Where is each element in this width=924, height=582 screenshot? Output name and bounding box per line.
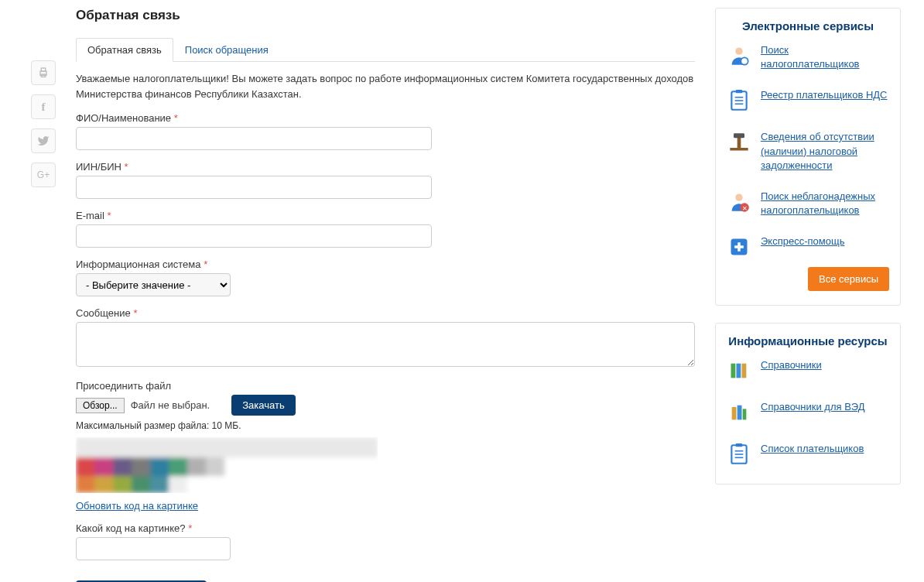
file-status-text: Файл не выбран. — [131, 399, 210, 411]
facebook-icon[interactable]: f — [31, 94, 56, 119]
user-warn-icon: ✕ — [727, 190, 751, 214]
service-item-vat-registry: Реестр плательщиков НДС — [727, 88, 889, 113]
svg-rect-38 — [743, 409, 747, 420]
tabs-bar: Обратная связь Поиск обращения — [76, 37, 695, 62]
upload-button[interactable]: Закачать — [231, 395, 295, 416]
attach-label: Присоединить файл — [76, 380, 695, 392]
twitter-icon[interactable] — [31, 128, 56, 153]
tab-feedback[interactable]: Обратная связь — [76, 38, 173, 62]
fio-label: ФИО/Наименование * — [76, 112, 695, 124]
resource-item-ved-directories: Справочники для ВЭД — [727, 400, 889, 425]
svg-rect-40 — [736, 443, 743, 447]
svg-rect-9 — [169, 457, 187, 476]
service-item-unreliable-search: ✕ Поиск неблагонадежных налогоплательщик… — [727, 190, 889, 217]
svg-point-19 — [735, 48, 742, 55]
resource-item-directories: Справочники — [727, 358, 889, 383]
services-title: Электронные сервисы — [727, 19, 889, 33]
svg-point-29 — [735, 193, 742, 200]
email-label: E-mail * — [76, 210, 695, 221]
resource-link[interactable]: Справочники для ВЭД — [761, 400, 865, 414]
svg-rect-12 — [76, 476, 94, 493]
user-search-icon — [727, 43, 751, 68]
svg-rect-33 — [731, 364, 736, 378]
tab-search-request[interactable]: Поиск обращения — [173, 38, 280, 62]
all-services-button[interactable]: Все сервисы — [808, 267, 889, 291]
svg-rect-11 — [206, 457, 224, 476]
svg-rect-28 — [734, 134, 744, 139]
svg-rect-4 — [76, 457, 94, 476]
svg-rect-16 — [150, 476, 169, 493]
message-label: Сообщение * — [76, 307, 695, 319]
svg-rect-18 — [187, 476, 224, 493]
hammer-icon — [727, 130, 751, 155]
print-icon[interactable] — [31, 60, 56, 85]
svg-rect-7 — [132, 457, 150, 476]
browse-button[interactable]: Обзор... — [76, 398, 125, 413]
svg-rect-36 — [732, 407, 737, 419]
svg-rect-15 — [132, 476, 150, 493]
iin-input[interactable] — [76, 176, 432, 199]
refresh-captcha-link[interactable]: Обновить код на картинке — [76, 500, 198, 512]
svg-rect-22 — [736, 90, 743, 93]
file-hint-text: Максимальный размер файла: 10 МБ. — [76, 420, 695, 431]
sidebar: Электронные сервисы Поиск налогоплательщ… — [715, 8, 901, 582]
resource-link[interactable]: Справочники — [761, 358, 822, 372]
clipboard-icon — [727, 88, 751, 113]
social-share-column: f G+ — [31, 8, 62, 582]
svg-rect-26 — [730, 148, 748, 151]
service-link[interactable]: Сведения об отсутствии (наличии) налогов… — [761, 130, 889, 173]
fio-input[interactable] — [76, 127, 432, 150]
service-link[interactable]: Поиск неблагонадежных налогоплательщиков — [761, 190, 889, 217]
captcha-input[interactable] — [76, 537, 231, 560]
books-alt-icon — [727, 400, 751, 425]
svg-rect-1 — [41, 68, 45, 71]
intro-text: Уважаемые налогоплательщики! Вы можете з… — [76, 71, 695, 101]
svg-rect-8 — [150, 457, 169, 476]
service-link[interactable]: Поиск налогоплательщиков — [761, 43, 889, 71]
service-item-debt-info: Сведения об отсутствии (наличии) налогов… — [727, 130, 889, 173]
service-item-taxpayer-search: Поиск налогоплательщиков — [727, 43, 889, 71]
iin-label: ИИН/БИН * — [76, 161, 695, 173]
captcha-image — [76, 437, 695, 495]
svg-rect-6 — [113, 457, 132, 476]
svg-rect-10 — [187, 457, 206, 476]
svg-rect-13 — [94, 476, 113, 493]
system-label: Информационная система * — [76, 258, 695, 270]
help-icon — [727, 235, 751, 259]
service-link[interactable]: Реестр плательщиков НДС — [761, 88, 888, 102]
svg-rect-3 — [76, 437, 378, 457]
svg-rect-35 — [742, 364, 747, 378]
page-title: Обратная связь — [76, 8, 695, 23]
svg-rect-17 — [169, 476, 187, 493]
service-link[interactable]: Экспресс-помощь — [761, 235, 844, 248]
main-content: Обратная связь Обратная связь Поиск обра… — [76, 8, 695, 582]
clipboard-icon — [727, 442, 751, 467]
services-panel: Электронные сервисы Поиск налогоплательщ… — [715, 8, 901, 306]
resources-title: Информационные ресурсы — [727, 334, 889, 347]
googleplus-icon[interactable]: G+ — [31, 163, 56, 187]
system-select[interactable]: - Выберите значение - — [76, 273, 231, 296]
svg-rect-5 — [94, 457, 113, 476]
message-textarea[interactable] — [76, 322, 695, 367]
books-icon — [727, 358, 751, 383]
svg-rect-34 — [737, 364, 741, 378]
service-item-express-help: Экспресс-помощь — [727, 235, 889, 259]
svg-point-20 — [741, 57, 748, 64]
resource-item-payers-list: Список плательщиков — [727, 442, 889, 467]
email-input[interactable] — [76, 224, 432, 248]
svg-rect-14 — [113, 476, 132, 493]
captcha-label: Какой код на картинке? * — [76, 522, 695, 534]
svg-rect-37 — [737, 406, 742, 420]
resources-panel: Информационные ресурсы Справочники Справ… — [715, 323, 901, 484]
resource-link[interactable]: Список плательщиков — [761, 442, 864, 456]
svg-text:✕: ✕ — [742, 204, 748, 211]
